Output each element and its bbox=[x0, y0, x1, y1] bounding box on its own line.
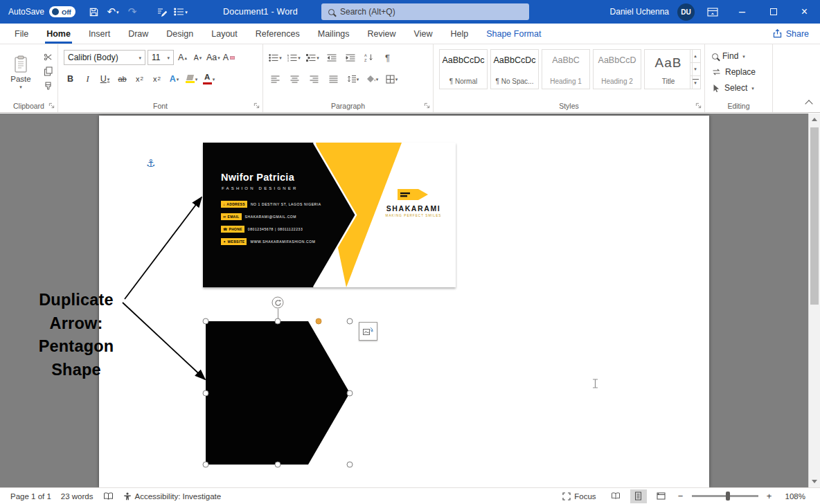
increase-indent-button[interactable] bbox=[344, 50, 357, 65]
subscript-button[interactable]: x2 bbox=[133, 71, 146, 87]
resize-handle-top-left[interactable] bbox=[203, 318, 209, 325]
show-marks-button[interactable]: ¶ bbox=[381, 50, 394, 65]
redo-button[interactable]: ↷ bbox=[123, 0, 142, 24]
style-heading1[interactable]: AaBbCHeading 1 bbox=[542, 49, 590, 89]
underline-button[interactable]: U▾ bbox=[98, 71, 112, 87]
tab-file[interactable]: File bbox=[6, 24, 37, 44]
proofing-button[interactable] bbox=[98, 492, 118, 501]
borders-button[interactable]: ▾ bbox=[385, 71, 398, 87]
find-button[interactable]: Find ▾ bbox=[712, 51, 745, 61]
ribbon-options-button[interactable] bbox=[703, 0, 722, 24]
clear-formatting-button[interactable]: A bbox=[222, 50, 235, 65]
qat-editor-button[interactable] bbox=[152, 0, 171, 24]
align-center-button[interactable] bbox=[288, 71, 301, 87]
collapse-ribbon-button[interactable] bbox=[805, 100, 812, 107]
shrink-font-button[interactable]: A▾ bbox=[191, 50, 204, 65]
sort-button[interactable]: AZ bbox=[362, 50, 375, 65]
style-heading2[interactable]: AaBbCcDHeading 2 bbox=[593, 49, 641, 89]
vertical-scrollbar[interactable] bbox=[808, 114, 820, 487]
styles-scroll-up[interactable]: ▴ bbox=[690, 50, 700, 63]
focus-button[interactable]: Focus bbox=[558, 492, 600, 501]
justify-button[interactable] bbox=[327, 71, 340, 87]
save-button[interactable] bbox=[84, 0, 103, 24]
search-input[interactable] bbox=[340, 7, 506, 17]
minimize-button[interactable]: – bbox=[727, 0, 758, 24]
autosave-control[interactable]: AutoSave Off bbox=[8, 6, 75, 17]
read-mode-button[interactable] bbox=[607, 489, 624, 503]
tab-review[interactable]: Review bbox=[359, 24, 405, 44]
tab-shape-format[interactable]: Shape Format bbox=[477, 24, 550, 44]
pentagon-shape[interactable] bbox=[206, 321, 350, 465]
zoom-level-button[interactable]: 108% bbox=[781, 492, 810, 501]
styles-scroll-down[interactable]: ▾ bbox=[690, 63, 700, 76]
page-indicator[interactable]: Page 1 of 1 bbox=[6, 492, 56, 501]
autosave-toggle[interactable]: Off bbox=[49, 6, 75, 17]
resize-handle-top-right[interactable] bbox=[347, 318, 353, 325]
rotation-handle[interactable] bbox=[272, 297, 284, 309]
numbering-button[interactable]: ▾ bbox=[287, 50, 301, 65]
line-spacing-button[interactable]: ▾ bbox=[346, 71, 359, 87]
scroll-up-button[interactable] bbox=[809, 114, 820, 125]
style-title[interactable]: AaBTitle bbox=[644, 49, 693, 89]
styles-gallery-expand[interactable]: ▾ bbox=[690, 76, 700, 89]
bold-button[interactable]: B bbox=[64, 71, 77, 87]
tab-home[interactable]: Home bbox=[37, 24, 80, 44]
close-button[interactable]: × bbox=[789, 0, 820, 24]
align-left-button[interactable] bbox=[269, 71, 282, 87]
grow-font-button[interactable]: A▴ bbox=[176, 50, 189, 65]
scroll-down-button[interactable] bbox=[809, 476, 820, 487]
highlight-button[interactable]: ▾ bbox=[185, 71, 198, 87]
tab-view[interactable]: View bbox=[405, 24, 442, 44]
maximize-button[interactable] bbox=[758, 0, 789, 24]
tab-design[interactable]: Design bbox=[157, 24, 202, 44]
layout-options-button[interactable] bbox=[359, 322, 377, 341]
word-count[interactable]: 23 words bbox=[56, 492, 98, 501]
style-no-spacing[interactable]: AaBbCcDc¶ No Spac... bbox=[490, 49, 539, 89]
web-layout-button[interactable] bbox=[653, 489, 670, 503]
tab-help[interactable]: Help bbox=[441, 24, 477, 44]
accessibility-button[interactable]: Accessibility: Investigate bbox=[118, 492, 226, 501]
page[interactable]: Nwifor Patricia FASHION DESIGNER ⌂ADDRES… bbox=[99, 116, 709, 487]
tab-insert[interactable]: Insert bbox=[80, 24, 119, 44]
zoom-slider[interactable] bbox=[692, 495, 758, 497]
clipboard-dialog-launcher[interactable] bbox=[48, 102, 55, 109]
shape-adjust-handle[interactable] bbox=[316, 318, 322, 325]
cut-button[interactable] bbox=[39, 50, 56, 64]
bullets-button[interactable]: ▾ bbox=[269, 50, 282, 65]
resize-handle-middle-left[interactable] bbox=[203, 390, 209, 396]
styles-dialog-launcher[interactable] bbox=[695, 102, 702, 109]
tab-draw[interactable]: Draw bbox=[119, 24, 157, 44]
superscript-button[interactable]: x2 bbox=[150, 71, 163, 87]
strikethrough-button[interactable]: ab bbox=[116, 71, 129, 87]
zoom-in-button[interactable]: + bbox=[765, 491, 774, 501]
font-name-combo[interactable]: Calibri (Body) ▾ bbox=[64, 50, 145, 65]
resize-handle-top-middle[interactable] bbox=[275, 318, 281, 325]
text-effects-button[interactable]: A▾ bbox=[168, 71, 181, 87]
decrease-indent-button[interactable] bbox=[325, 50, 338, 65]
zoom-out-button[interactable]: − bbox=[676, 491, 686, 501]
share-button[interactable]: Share bbox=[773, 24, 809, 44]
shading-button[interactable]: ▾ bbox=[366, 71, 379, 87]
qat-bullets-button[interactable]: ▾ bbox=[171, 0, 190, 24]
resize-handle-bottom-left[interactable] bbox=[203, 462, 209, 468]
replace-button[interactable]: Replace bbox=[712, 67, 756, 77]
user-name[interactable]: Daniel Uchenna bbox=[610, 7, 669, 17]
business-card-image[interactable]: Nwifor Patricia FASHION DESIGNER ⌂ADDRES… bbox=[203, 143, 456, 287]
resize-handle-bottom-right[interactable] bbox=[347, 462, 353, 468]
avatar[interactable]: DU bbox=[677, 3, 695, 21]
paragraph-dialog-launcher[interactable] bbox=[424, 102, 430, 109]
change-case-button[interactable]: Aa▾ bbox=[206, 50, 220, 65]
search-box[interactable] bbox=[321, 3, 529, 20]
multilevel-list-button[interactable]: ▾ bbox=[306, 50, 319, 65]
copy-button[interactable] bbox=[39, 64, 56, 78]
format-painter-button[interactable] bbox=[39, 79, 56, 93]
font-size-combo[interactable]: 11 ▾ bbox=[148, 50, 174, 65]
font-color-button[interactable]: A ▾ bbox=[202, 71, 215, 87]
tab-references[interactable]: References bbox=[247, 24, 309, 44]
tab-mailings[interactable]: Mailings bbox=[309, 24, 359, 44]
select-button[interactable]: Select ▾ bbox=[712, 83, 754, 93]
resize-handle-middle-right[interactable] bbox=[347, 390, 353, 396]
tab-layout[interactable]: Layout bbox=[202, 24, 247, 44]
font-dialog-launcher[interactable] bbox=[253, 102, 260, 109]
style-normal[interactable]: AaBbCcDc¶ Normal bbox=[439, 49, 488, 89]
